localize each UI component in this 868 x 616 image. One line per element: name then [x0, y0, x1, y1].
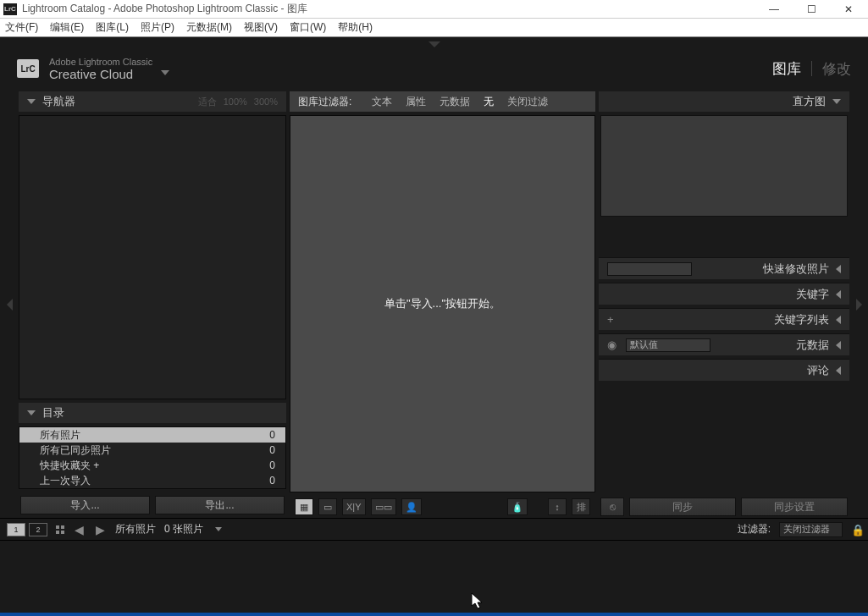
compare-xy-button[interactable]: X|Y: [342, 498, 366, 515]
module-develop[interactable]: 修改: [822, 59, 851, 79]
navigator-preview: [19, 115, 286, 399]
catalog-row-count: 0: [269, 429, 275, 441]
keywording-label: 关键字: [796, 287, 829, 302]
window-title: Lightroom Catalog - Adobe Photoshop Ligh…: [22, 2, 763, 16]
sort-menu-button[interactable]: 排: [572, 498, 590, 515]
metadata-label: 元数据: [796, 338, 829, 353]
catalog-row[interactable]: 所有已同步照片0: [19, 443, 285, 458]
source-label[interactable]: 所有照片: [115, 522, 156, 536]
chevron-left-icon: [836, 265, 841, 273]
chevron-left-icon: [836, 316, 841, 324]
filmstrip-status-bar: 1 2 ◀ ▶ 所有照片 0 张照片 过滤器: 关闭过滤器 🔒: [0, 518, 868, 540]
menu-window[interactable]: 窗口(W): [290, 20, 326, 35]
histogram-display: [600, 115, 848, 217]
metadata-preset-value: 默认值: [630, 338, 658, 351]
empty-state-text: 单击"导入..."按钮开始。: [384, 296, 500, 311]
left-panel-toggle[interactable]: [7, 299, 13, 311]
identity-plate-row: LrC Adobe Lightroom Classic Creative Clo…: [0, 51, 868, 86]
filter-attribute[interactable]: 属性: [406, 95, 426, 109]
menu-library[interactable]: 图库(L): [96, 20, 129, 35]
preset-select[interactable]: [607, 262, 692, 276]
minimize-button[interactable]: —: [763, 2, 785, 17]
comments-panel[interactable]: 评论: [599, 359, 849, 381]
sync-settings-button[interactable]: 同步设置: [741, 498, 848, 516]
keywording-panel[interactable]: 关键字: [599, 283, 849, 305]
close-button[interactable]: ✕: [838, 2, 860, 17]
chevron-left-icon: [836, 366, 841, 375]
histogram-header[interactable]: 直方图: [599, 91, 849, 112]
maximize-button[interactable]: ☐: [800, 2, 822, 17]
chevron-left-icon: [836, 341, 841, 349]
nav-300[interactable]: 300%: [254, 96, 278, 107]
navigator-title: 导航器: [42, 94, 75, 109]
filter-bar-label: 图库过滤器:: [298, 95, 351, 109]
right-panel-toggle[interactable]: [856, 299, 862, 311]
grid-toggle-icon[interactable]: [56, 525, 64, 534]
metadata-panel[interactable]: ◉ 默认值 元数据: [599, 333, 849, 355]
chevron-down-icon: [27, 410, 36, 415]
app-icon: LrC: [3, 3, 17, 15]
filter-text[interactable]: 文本: [372, 95, 392, 109]
brand-icon: LrC: [17, 59, 39, 78]
top-panel-toggle[interactable]: [428, 41, 440, 47]
filter-preset-select[interactable]: 关闭过滤器: [779, 522, 843, 537]
catalog-row[interactable]: 上一次导入0: [19, 473, 285, 488]
photo-count: 0 张照片: [164, 522, 203, 536]
menu-help[interactable]: 帮助(H): [338, 20, 373, 35]
catalog-row-count: 0: [269, 444, 275, 456]
survey-view-button[interactable]: ▭▭: [371, 498, 396, 515]
module-separator: [811, 61, 812, 76]
loupe-view-button[interactable]: ▭: [318, 498, 337, 515]
library-filter-bar: 图库过滤器: 文本 属性 元数据 无 关闭过滤: [290, 91, 595, 112]
menu-metadata[interactable]: 元数据(M): [186, 20, 232, 35]
grid-canvas: 单击"导入..."按钮开始。: [290, 115, 595, 492]
source-dropdown[interactable]: [215, 527, 222, 531]
plus-icon[interactable]: +: [607, 313, 619, 326]
menu-file[interactable]: 文件(F): [5, 20, 38, 35]
catalog-title: 目录: [42, 405, 64, 421]
chevron-down-icon: [27, 99, 36, 104]
catalog-list: 所有照片0所有已同步照片0快捷收藏夹 +0上一次导入0: [19, 426, 286, 489]
quick-develop-panel[interactable]: 快速修改照片: [599, 257, 849, 279]
keyword-list-panel[interactable]: + 关键字列表: [599, 308, 849, 330]
nav-100[interactable]: 100%: [224, 96, 247, 107]
catalog-row-label: 所有已同步照片: [40, 443, 111, 458]
filter-off[interactable]: 关闭过滤: [507, 95, 548, 109]
lock-icon[interactable]: 🔒: [851, 524, 861, 536]
menu-view[interactable]: 视图(V): [244, 20, 278, 35]
grid-view-button[interactable]: ▦: [295, 498, 313, 515]
keyword-list-label: 关键字列表: [774, 312, 829, 327]
filter-status-label: 过滤器:: [738, 522, 771, 536]
people-view-button[interactable]: 👤: [401, 498, 422, 515]
catalog-row-label: 上一次导入: [40, 474, 91, 488]
catalog-header[interactable]: 目录: [19, 403, 286, 423]
menu-bar: 文件(F) 编辑(E) 图库(L) 照片(P) 元数据(M) 视图(V) 窗口(…: [0, 19, 868, 37]
metadata-preset-select[interactable]: 默认值: [626, 338, 710, 352]
module-library[interactable]: 图库: [772, 59, 801, 79]
sort-direction-button[interactable]: ↕: [548, 498, 567, 515]
catalog-row-count: 0: [269, 475, 275, 487]
catalog-row[interactable]: 所有照片0: [19, 427, 285, 443]
nav-fit[interactable]: 适合: [198, 96, 217, 108]
export-button[interactable]: 导出...: [155, 496, 285, 514]
secondary-display-button[interactable]: 2: [29, 523, 47, 536]
filmstrip: [0, 540, 868, 613]
identity-plate-menu[interactable]: [161, 70, 169, 75]
nav-back-button[interactable]: ◀: [73, 523, 86, 536]
sync-button[interactable]: 同步: [629, 498, 736, 516]
catalog-row[interactable]: 快捷收藏夹 +0: [19, 458, 285, 473]
menu-edit[interactable]: 编辑(E): [50, 20, 84, 35]
catalog-row-label: 所有照片: [40, 428, 80, 443]
eye-icon[interactable]: ◉: [607, 338, 619, 351]
filter-metadata[interactable]: 元数据: [440, 95, 470, 109]
catalog-row-label: 快捷收藏夹 +: [40, 459, 99, 473]
filter-none[interactable]: 无: [484, 95, 494, 109]
import-button[interactable]: 导入...: [20, 496, 150, 514]
navigator-header[interactable]: 导航器 适合 100% 300%: [19, 91, 286, 112]
primary-display-button[interactable]: 1: [7, 523, 25, 536]
menu-photo[interactable]: 照片(P): [141, 20, 174, 35]
nav-forward-button[interactable]: ▶: [94, 523, 107, 536]
painter-tool-button[interactable]: 🧴: [507, 498, 528, 515]
catalog-row-count: 0: [269, 459, 275, 471]
sync-toggle-button[interactable]: ⎋: [600, 498, 624, 516]
